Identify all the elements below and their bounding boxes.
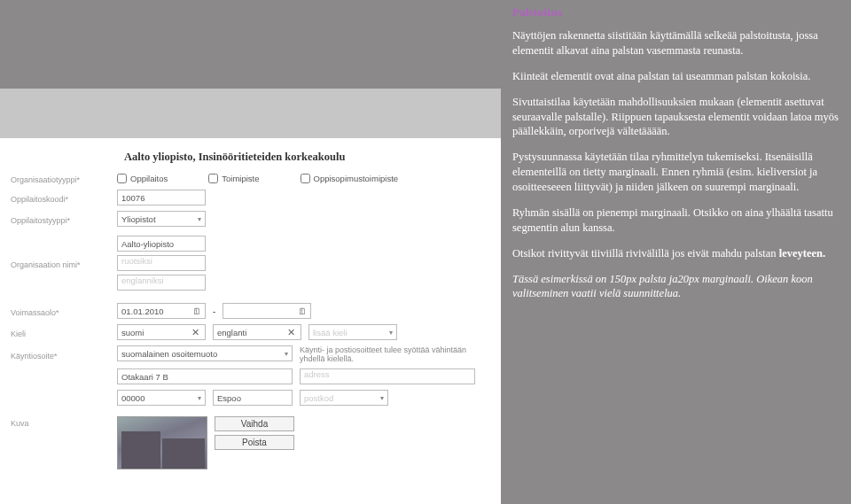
row-valid: Voimassaolo* 01.01.2010 🗓 - 🗓 [11,303,490,319]
row-image: Kuva Vaihda Poista [11,416,490,469]
row-address: Käyntiosoite* suomalainen osoitemuoto ▾ … [11,345,490,363]
chevron-down-icon: ▾ [198,394,201,402]
row-orgtype: Organisaatiotyyppi* Oppilaitos Toimipist… [11,173,490,184]
label-lang: Kieli [11,327,117,338]
chevron-down-icon: ▾ [285,350,288,358]
label-address: Käyntiosoite* [11,349,117,361]
sidebar-p4: Pystysuunnassa käytetään tilaa ryhmittel… [512,150,851,195]
radio-oppilaitos[interactable]: Oppilaitos [117,174,168,183]
topbar-placeholder [0,89,501,138]
lang1-chip[interactable]: suomi ✕ [117,324,206,340]
valid-from-input[interactable]: 01.01.2010 🗓 [117,303,206,319]
chevron-down-icon: ▾ [389,329,393,337]
sidebar-p6: Otsikot rivittyvät tiiviillä rivivälillä… [512,246,851,261]
change-button[interactable]: Vaihda [215,416,294,431]
label-image: Kuva [11,416,117,428]
lang2-chip[interactable]: englanti ✕ [213,324,301,340]
form-panel: Aalto yliopisto, Insinööritieteiden kork… [0,138,501,504]
label-orgtype: Organisaatiotyyppi* [11,173,117,184]
sidebar-notes: Palstoitus Näyttöjen rakennetta siistitä… [512,5,851,312]
row-insttype: Oppilaitostyyppi* Yliopistot ▾ [11,211,490,227]
label-insttype: Oppilaitostyyppi* [11,213,117,225]
street-fi-input[interactable] [117,368,293,384]
insttype-select[interactable]: Yliopistot ▾ [117,211,206,227]
close-icon[interactable]: ✕ [190,327,201,338]
valid-separator: - [213,306,215,316]
street-sv-input[interactable]: adress [300,368,475,384]
address-note: Käynti- ja postiosoitteet tulee syöttää … [300,345,490,363]
row-zip: 00000 ▾ postkod ▾ [11,390,490,406]
sidebar-p3: Sivuttaistilaa käytetään mahdollisuuksie… [512,95,851,140]
name-fi-input[interactable] [117,236,206,252]
sidebar-p1: Näyttöjen rakennetta siistitään käyttämä… [512,28,851,58]
label-code: Oppilaitoskoodi* [11,192,117,204]
row-lang: Kieli suomi ✕ englanti ✕ lisää kieli ▾ [11,324,490,340]
addlang-select[interactable]: lisää kieli ▾ [308,324,397,340]
address-format-select[interactable]: suomalainen osoitemuoto ▾ [117,345,293,361]
label-orgname: Organisaation nimi* [11,258,117,269]
chevron-down-icon: ▾ [198,215,201,223]
zip-select[interactable]: 00000 ▾ [117,390,206,406]
city-input[interactable] [213,390,293,406]
calendar-icon: 🗓 [192,306,201,316]
sidebar-p2: Kiinteät elementit ovat aina palstan tai… [512,69,851,84]
calendar-icon: 🗓 [298,306,307,316]
sidebar-title: Palstoitus [512,5,851,19]
row-code: Oppilaitoskoodi* [11,190,490,205]
sidebar-p7: Tässä esimerkissä on 150px palsta ja20px… [512,272,851,302]
form-title: Aalto yliopisto, Insinööritieteiden kork… [124,151,490,164]
radio-toimipiste[interactable]: Toimipiste [208,174,259,183]
row-orgname: Organisaation nimi* ruotsiksi englanniks… [11,236,490,291]
close-icon[interactable]: ✕ [285,327,297,338]
radio-oppisopimus[interactable]: Oppisopimustoimipiste [301,174,399,183]
sidebar-p5: Ryhmän sisällä on pienempi marginaali. O… [512,205,851,236]
chevron-down-icon: ▾ [380,394,384,402]
label-valid: Voimassaolo* [11,306,117,317]
name-en-input[interactable]: englanniksi [117,275,206,291]
zip-sv-select[interactable]: postkod ▾ [300,390,388,406]
name-sv-input[interactable]: ruotsiksi [117,255,206,271]
valid-to-input[interactable]: 🗓 [223,303,311,319]
code-input[interactable] [117,190,206,205]
remove-button[interactable]: Poista [215,435,294,450]
image-thumbnail [117,416,207,469]
row-street: adress [11,368,490,384]
